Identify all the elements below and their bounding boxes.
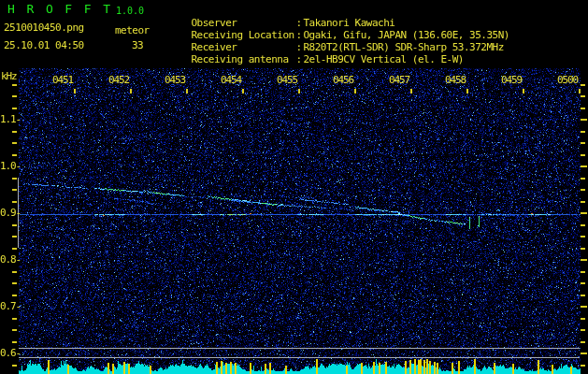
info-row-antenna: Receiving antenna:2el-HB9CV Vertical (el…	[168, 41, 464, 78]
info-value: 2el-HB9CV Vertical (el. E-W)	[304, 53, 464, 65]
time-axis-label-0457: 0457	[385, 75, 409, 85]
echo-count: 33	[132, 40, 143, 51]
observation-timestamp: 25.10.01 04:50	[4, 40, 84, 51]
time-axis-label-0500: 0500	[553, 75, 578, 85]
freq-axis-label-0.7: 0.7-	[0, 301, 19, 311]
freq-axis-label-1: 1.0-	[0, 161, 19, 171]
time-axis-label-0454: 0454	[217, 75, 241, 85]
info-colon: :	[296, 53, 304, 65]
time-axis-label-0452: 0452	[105, 75, 129, 85]
hrofft-screen: H R O F F T 1.0.0 2510010450.png meteor …	[0, 0, 588, 374]
time-axis-label-0459: 0459	[497, 75, 522, 85]
freq-axis-label-0.6: 0.6-	[0, 348, 19, 358]
observation-mode: meteor	[115, 25, 150, 36]
time-axis-label-0451: 0451	[49, 75, 73, 85]
time-axis-label-0458: 0458	[441, 75, 466, 85]
freq-axis-unit: kHz	[1, 71, 17, 81]
output-filename: 2510010450.png	[4, 22, 84, 34]
app-title: H R O F F T	[7, 4, 113, 15]
app-version: 1.0.0	[116, 6, 144, 17]
freq-axis-label-0.8: 0.8-	[0, 254, 19, 265]
time-axis-label-0455: 0455	[273, 75, 297, 85]
time-axis-label-0453: 0453	[161, 75, 185, 85]
freq-axis-label-1.1: 1.1-	[0, 114, 19, 124]
time-axis-label-0456: 0456	[329, 75, 353, 85]
freq-axis-label-0.9: 0.9-	[0, 208, 19, 218]
info-label: Receiving antenna	[192, 53, 296, 65]
